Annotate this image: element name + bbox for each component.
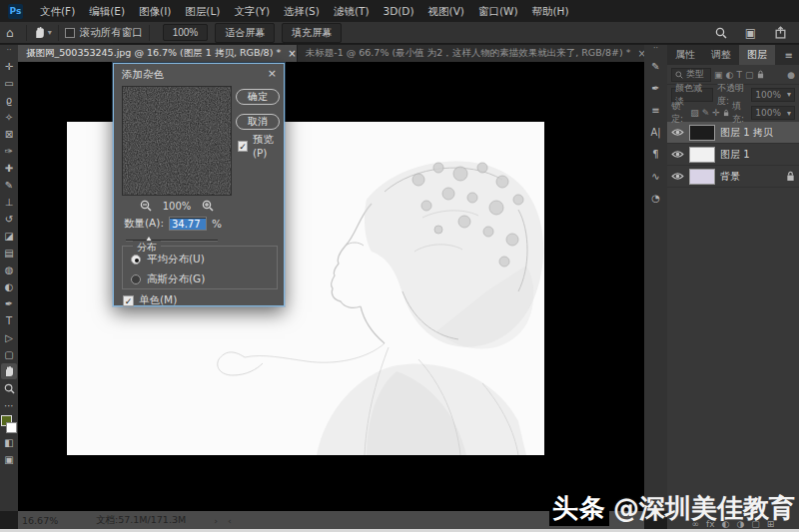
eyedropper-tool[interactable]: ✑ bbox=[1, 143, 17, 159]
eraser-tool[interactable]: ◪ bbox=[1, 228, 17, 244]
menu-type[interactable]: 文字(Y) bbox=[227, 0, 277, 22]
marquee-tool[interactable]: ▭ bbox=[1, 75, 17, 91]
menu-file[interactable]: 文件(F) bbox=[33, 0, 82, 22]
uniform-option[interactable]: 平均分布(U) bbox=[131, 253, 277, 266]
menu-help[interactable]: 帮助(H) bbox=[525, 0, 576, 22]
fill-select[interactable]: 100% ▾ bbox=[751, 106, 795, 120]
timeline-panel-icon[interactable]: ∿ bbox=[644, 165, 667, 187]
zoom-100-button[interactable]: 100% bbox=[163, 24, 209, 41]
filter-shape-layers-icon[interactable]: ▢ bbox=[745, 70, 754, 80]
type-tool[interactable]: T bbox=[1, 312, 17, 328]
layer-row-background[interactable]: 背景 bbox=[667, 166, 799, 188]
lock-transparent-icon[interactable]: ▨ bbox=[690, 108, 699, 118]
healing-brush-tool[interactable]: ✚ bbox=[1, 160, 17, 176]
brush-tool[interactable]: ✎ bbox=[1, 177, 17, 193]
adjust-sliders-panel-icon[interactable]: ≡ bbox=[644, 99, 667, 121]
shape-tool[interactable]: ▢ bbox=[1, 346, 17, 362]
more-tools-icon[interactable]: ⋯ bbox=[1, 397, 17, 413]
menu-filter[interactable]: 滤镜(T) bbox=[327, 0, 377, 22]
lock-move-icon[interactable]: ✛ bbox=[712, 108, 720, 118]
hand-tool[interactable] bbox=[1, 363, 17, 379]
background-color-swatch[interactable] bbox=[6, 422, 17, 433]
eye-icon[interactable] bbox=[671, 172, 684, 181]
blur-tool[interactable]: ◍ bbox=[1, 262, 17, 277]
filter-adjustment-layers-icon[interactable]: ◐ bbox=[726, 70, 734, 80]
gaussian-option[interactable]: 高斯分布(G) bbox=[131, 272, 277, 286]
tab-adjustments[interactable]: 调整 bbox=[703, 45, 739, 65]
tab-layers[interactable]: 图层 bbox=[739, 45, 775, 65]
home-icon[interactable]: ⌂ bbox=[0, 26, 20, 40]
fill-label: 填充: bbox=[732, 100, 748, 126]
brush-settings-panel-icon[interactable]: ✒ bbox=[644, 77, 667, 99]
close-icon[interactable]: × bbox=[288, 48, 296, 59]
status-doc-info[interactable]: 文档:57.1M/171.3M bbox=[96, 514, 186, 527]
layer-thumbnail[interactable] bbox=[689, 147, 715, 163]
menu-image[interactable]: 图像(I) bbox=[132, 0, 178, 22]
crop-tool[interactable]: ⊠ bbox=[1, 126, 17, 142]
layer-search-dropdown[interactable]: 类型 bbox=[671, 68, 711, 82]
workspace-switcher-icon[interactable]: ▣ bbox=[739, 26, 762, 40]
lock-icon[interactable] bbox=[756, 70, 765, 79]
close-icon[interactable]: × bbox=[268, 67, 277, 80]
character-panel-icon[interactable]: A| bbox=[644, 121, 667, 143]
collapse-panel-icon[interactable]: ·· bbox=[6, 47, 11, 57]
menu-3d[interactable]: 3D(D) bbox=[376, 0, 420, 22]
menu-layer[interactable]: 图层(L) bbox=[178, 0, 227, 22]
dodge-tool[interactable]: ◐ bbox=[1, 278, 17, 294]
ok-button[interactable]: 确定 bbox=[236, 89, 280, 105]
path-select-tool[interactable]: ▷ bbox=[1, 329, 17, 345]
collapse-panel-icon[interactable]: ·· bbox=[653, 45, 658, 55]
share-icon[interactable] bbox=[774, 26, 787, 39]
status-zoom-level[interactable]: 16.67% bbox=[22, 515, 74, 526]
menu-select[interactable]: 选择(S) bbox=[277, 0, 327, 22]
search-icon[interactable] bbox=[715, 27, 727, 39]
zoom-out-icon[interactable] bbox=[140, 200, 152, 212]
eye-icon[interactable] bbox=[671, 128, 684, 137]
document-tab-inactive[interactable]: 未标题-1 @ 66.7% (最小值 为2，这样人物的素描效果就出来了, RGB… bbox=[297, 45, 644, 62]
clone-stamp-tool[interactable]: ⊥ bbox=[1, 194, 17, 210]
filter-toggle-icon[interactable]: ● bbox=[787, 70, 795, 80]
menu-edit[interactable]: 编辑(E) bbox=[82, 0, 132, 22]
pen-tool[interactable]: ✒ bbox=[1, 295, 17, 311]
chevron-down-icon[interactable]: ▾ bbox=[48, 28, 52, 37]
lock-all-icon[interactable] bbox=[723, 108, 729, 118]
layer-row-layer1[interactable]: 图层 1 bbox=[667, 144, 799, 166]
opacity-select[interactable]: 100% ▾ bbox=[751, 88, 795, 102]
move-tool[interactable]: ✛ bbox=[1, 58, 17, 74]
tab-properties[interactable]: 属性 bbox=[667, 45, 703, 65]
uniform-radio[interactable] bbox=[131, 255, 141, 265]
layer-thumbnail[interactable] bbox=[689, 125, 715, 141]
menu-view[interactable]: 视图(V) bbox=[421, 0, 471, 22]
filter-pixel-layers-icon[interactable]: ▣ bbox=[714, 70, 723, 80]
panel-menu-icon[interactable]: ≡ bbox=[785, 50, 799, 61]
screen-mode-button[interactable]: ▣ bbox=[1, 451, 17, 467]
zoom-tool[interactable] bbox=[1, 380, 17, 396]
preview-checkbox[interactable]: ✓ bbox=[238, 141, 248, 152]
menu-window[interactable]: 窗口(W) bbox=[471, 0, 525, 22]
scroll-all-windows-checkbox[interactable] bbox=[65, 28, 75, 38]
quick-select-tool[interactable]: ✧ bbox=[1, 109, 17, 125]
zoom-in-icon[interactable] bbox=[202, 200, 214, 212]
filter-type-layers-icon[interactable]: T bbox=[736, 70, 742, 80]
paragraph-panel-icon[interactable]: ¶ bbox=[644, 143, 667, 165]
brushes-panel-icon[interactable]: ✎ bbox=[644, 55, 667, 77]
fit-screen-button[interactable]: 适合屏幕 bbox=[215, 23, 275, 43]
color-wheel-panel-icon[interactable]: ◔ bbox=[644, 187, 667, 209]
lasso-tool[interactable]: ϱ bbox=[1, 92, 17, 108]
gaussian-radio[interactable] bbox=[131, 274, 141, 284]
document-tab-active[interactable]: 摄图网_500353245.jpg @ 16.7% (图层 1 拷贝, RGB/… bbox=[18, 45, 297, 62]
fill-screen-button[interactable]: 填充屏幕 bbox=[282, 23, 342, 43]
gradient-tool[interactable]: ▤ bbox=[1, 245, 17, 261]
quick-mask-button[interactable]: ◧ bbox=[1, 434, 17, 450]
amount-input[interactable]: 34.77 bbox=[169, 217, 207, 231]
layer-thumbnail[interactable] bbox=[689, 169, 715, 185]
monochromatic-checkbox[interactable]: ✓ bbox=[123, 295, 134, 306]
hand-tool-icon[interactable] bbox=[33, 26, 46, 39]
photoshop-logo-icon[interactable]: Ps bbox=[8, 4, 23, 19]
eye-icon[interactable] bbox=[671, 150, 684, 159]
close-icon[interactable]: × bbox=[637, 48, 644, 59]
cancel-button[interactable]: 取消 bbox=[236, 114, 280, 130]
lock-paint-icon[interactable]: ✎ bbox=[702, 108, 710, 118]
history-brush-tool[interactable]: ↺ bbox=[1, 211, 17, 227]
noise-preview[interactable] bbox=[122, 86, 232, 196]
